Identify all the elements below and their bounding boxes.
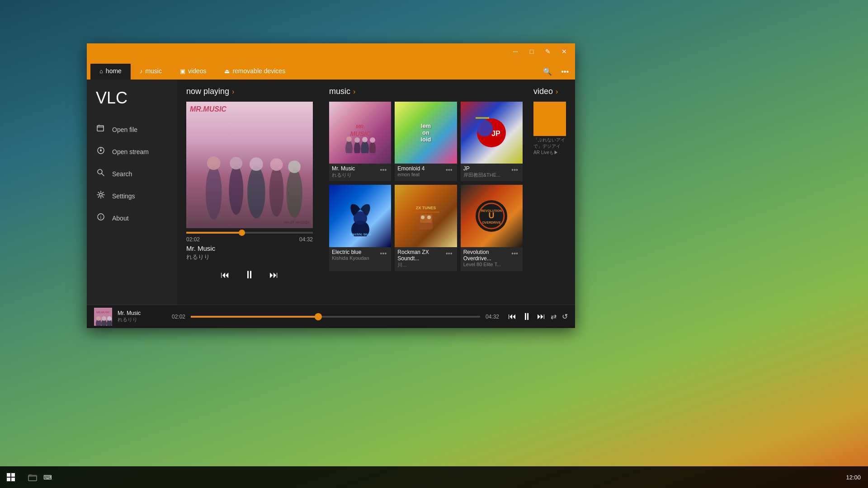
start-button[interactable] xyxy=(0,466,22,488)
album-art-revolution: REVOLUTION U OVERDRIVE xyxy=(461,185,523,247)
sidebar-item-open-stream[interactable]: Open stream xyxy=(87,141,177,163)
album-artist-rockman: 川... xyxy=(397,262,444,268)
album-menu-rockman[interactable]: ••• xyxy=(444,249,454,258)
svg-point-7 xyxy=(206,165,222,219)
album-mr-music[interactable]: MR. MUSIC xyxy=(329,102,391,181)
svg-point-25 xyxy=(369,141,376,153)
player-pause-button[interactable]: ⏸ xyxy=(522,311,532,323)
album-menu-electric-blue[interactable]: ••• xyxy=(378,249,389,258)
tab-music[interactable]: ♪ music xyxy=(131,64,171,80)
keyboard-icon: ⌨ xyxy=(43,474,52,481)
svg-point-15 xyxy=(286,169,302,218)
player-time-current: 02:02 xyxy=(172,314,185,320)
edit-button[interactable]: ✎ xyxy=(541,45,555,58)
nav-more-button[interactable]: ••• xyxy=(558,66,571,78)
svg-rect-30 xyxy=(476,117,489,119)
tab-videos[interactable]: ▣ videos xyxy=(171,64,215,80)
music-arrow[interactable]: › xyxy=(353,88,355,96)
about-icon: i xyxy=(96,212,106,224)
album-info-electric-blue: Electric blue Kishida Kyoudan ••• xyxy=(329,247,391,263)
album-name-mr-music: Mr. Music xyxy=(332,165,378,172)
album-info-jp: JP 岸田教団&THE... ••• xyxy=(461,164,523,181)
album-name-rockman: Rockman ZX Soundt... xyxy=(397,249,444,262)
open-file-label: Open file xyxy=(112,126,137,133)
svg-point-8 xyxy=(207,156,221,170)
album-rockman[interactable]: ZX TUNES xyxy=(395,185,457,271)
progress-fill xyxy=(186,232,242,234)
prev-button[interactable]: ⏮ xyxy=(219,268,231,282)
minimize-button[interactable]: ─ xyxy=(508,45,523,58)
svg-text:i: i xyxy=(100,215,102,220)
app-logo: VLC xyxy=(87,89,177,118)
player-bar: MR.MUSIC Mr. Music れるりり 02:02 04:32 ⏮ ⏸ … xyxy=(87,305,575,328)
tab-removable[interactable]: ⏏ removable devices xyxy=(215,64,294,80)
tab-music-label: music xyxy=(145,67,162,75)
svg-point-12 xyxy=(250,157,263,171)
album-menu-emonloid[interactable]: ••• xyxy=(444,165,454,174)
player-next-button[interactable]: ⏭ xyxy=(537,312,545,321)
tab-removable-label: removable devices xyxy=(232,67,285,75)
search-icon xyxy=(96,168,106,179)
album-emonloid[interactable]: lemonloid Emonloid 4 emon feat ••• xyxy=(395,102,457,181)
svg-text:MR.: MR. xyxy=(356,124,365,129)
svg-text:OVERDRIVE: OVERDRIVE xyxy=(482,221,501,224)
progress-handle[interactable] xyxy=(239,230,245,236)
art-title-text: MR.MUSIC xyxy=(190,105,226,113)
player-shuffle-button[interactable]: ⇄ xyxy=(551,312,557,321)
pause-button[interactable]: ⏸ xyxy=(242,267,257,283)
player-thumbnail: MR.MUSIC xyxy=(94,308,112,326)
video-thumbnail[interactable] xyxy=(533,102,566,136)
sidebar-item-about[interactable]: i About xyxy=(87,207,177,229)
album-menu-revolution[interactable]: ••• xyxy=(509,249,520,258)
svg-point-9 xyxy=(229,165,243,215)
content-area: now playing › MR.MUSIC xyxy=(177,80,575,305)
svg-point-19 xyxy=(345,141,353,153)
nav-search-button[interactable]: 🔍 xyxy=(540,66,555,78)
album-menu-mr-music[interactable]: ••• xyxy=(378,165,389,174)
svg-point-14 xyxy=(270,158,283,171)
tab-home[interactable]: ⌂ home xyxy=(90,64,131,80)
taskbar-system-icons: ⌨ xyxy=(43,474,52,481)
close-button[interactable]: ✕ xyxy=(557,45,571,58)
progress-bar[interactable] xyxy=(186,232,313,234)
album-menu-jp[interactable]: ••• xyxy=(509,165,520,174)
svg-point-21 xyxy=(354,141,360,153)
now-playing-art[interactable]: MR.MUSIC xyxy=(186,102,313,228)
svg-text:JP: JP xyxy=(492,130,501,137)
next-button[interactable]: ⏭ xyxy=(268,268,280,282)
svg-rect-0 xyxy=(97,126,104,131)
restore-button[interactable]: □ xyxy=(524,45,539,58)
album-electric-blue[interactable]: electric blue Electric blue Kishida Kyou… xyxy=(329,185,391,271)
svg-point-50 xyxy=(102,316,106,321)
taskbar-file-explorer[interactable] xyxy=(22,466,43,488)
player-repeat-button[interactable]: ↺ xyxy=(562,312,568,321)
clock-time: 12:00 xyxy=(846,474,861,481)
album-jp[interactable]: JP JP 岸田教団&THE... ••• xyxy=(461,102,523,181)
sidebar-item-open-file[interactable]: Open file xyxy=(87,118,177,141)
taskbar-clock: 12:00 xyxy=(846,474,861,481)
vlc-window: ─ □ ✎ ✕ ⌂ home ♪ music ▣ videos ⏏ remova… xyxy=(87,43,575,328)
time-row: 02:02 04:32 xyxy=(186,236,313,243)
album-art-mr-music: MR. MUSIC xyxy=(329,102,391,164)
music-icon: ♪ xyxy=(140,68,143,75)
now-playing-arrow[interactable]: › xyxy=(232,88,234,96)
svg-point-11 xyxy=(247,166,265,218)
player-prev-button[interactable]: ⏮ xyxy=(508,312,516,321)
sections-row: now playing › MR.MUSIC xyxy=(186,87,566,297)
nav-actions: 🔍 ••• xyxy=(540,66,571,80)
player-progress-fill xyxy=(191,316,318,318)
video-arrow[interactable]: › xyxy=(556,88,558,96)
svg-text:U: U xyxy=(489,211,495,220)
album-name-revolution: Revolution Overdrive... xyxy=(463,249,510,262)
player-progress-handle[interactable] xyxy=(315,313,322,320)
videos-icon: ▣ xyxy=(180,68,185,75)
now-playing-header: now playing › xyxy=(186,87,313,96)
album-info-emonloid: Emonloid 4 emon feat ••• xyxy=(395,164,457,180)
album-revolution[interactable]: REVOLUTION U OVERDRIVE Revolution Overdr… xyxy=(461,185,523,271)
sidebar-item-settings[interactable]: Settings xyxy=(87,185,177,207)
album-art-jp: JP xyxy=(461,102,523,164)
sidebar-item-search[interactable]: Search xyxy=(87,163,177,185)
player-artist: れるりり xyxy=(118,316,163,323)
player-progress-bar[interactable] xyxy=(191,316,480,318)
music-section: music › MR. MUSIC xyxy=(322,87,530,297)
